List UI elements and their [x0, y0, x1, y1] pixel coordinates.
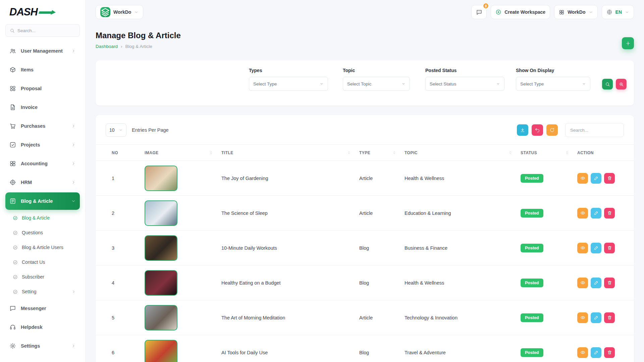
table-row: 5The Art of Morning MeditationArticleTec… [96, 300, 634, 335]
plus-icon [625, 41, 631, 46]
subcheck-icon [13, 275, 18, 280]
column-header-status[interactable]: STATUS [521, 145, 577, 161]
table-search-input[interactable] [565, 123, 624, 137]
filter-select-posted-status[interactable]: Select Status [425, 77, 504, 91]
messages-button[interactable]: 0 [471, 5, 487, 19]
edit-button[interactable] [591, 173, 601, 184]
delete-button[interactable] [604, 208, 615, 219]
edit-button[interactable] [591, 243, 601, 253]
clear-filter-button[interactable] [616, 79, 627, 89]
sidebar-search-input[interactable] [17, 28, 75, 33]
delete-button[interactable] [604, 173, 615, 184]
view-button[interactable] [577, 208, 588, 219]
add-blog-button[interactable] [622, 37, 634, 49]
filter-select-types[interactable]: Select Type [249, 77, 328, 91]
sidebar-item-settings[interactable]: Settings [5, 337, 80, 355]
sidebar-item-user-management[interactable]: User Management [5, 42, 80, 60]
column-header-no[interactable]: NO [96, 145, 145, 161]
breadcrumb-home-link[interactable]: Dashboard [96, 44, 118, 49]
filter-select-value: Select Topic [347, 81, 372, 86]
article-thumbnail [145, 340, 177, 362]
delete-button[interactable] [604, 243, 615, 253]
sidebar-subitem-blog-article-users[interactable]: Blog & Article Users [9, 240, 80, 255]
status-badge: Posted [521, 348, 543, 357]
sidebar-subitem-label: Setting [22, 289, 37, 294]
filter-actions [602, 79, 627, 89]
sidebar-subitem-label: Contact Us [22, 259, 45, 265]
sidebar-item-helpdesk[interactable]: Helpdesk [5, 318, 80, 336]
breadcrumb-current: Blog & Article [125, 44, 152, 49]
sidebar-subitem-questions[interactable]: Questions [9, 225, 80, 240]
row-number: 2 [112, 210, 114, 216]
column-header-type[interactable]: TYPE [359, 145, 405, 161]
blog-table-panel: 10 Entries Per Page [96, 115, 634, 362]
company-dropdown[interactable]: WorkDo [554, 5, 597, 19]
edit-button[interactable] [591, 208, 601, 219]
delete-button[interactable] [604, 312, 615, 323]
trash-icon [607, 280, 612, 285]
chevron-down-icon [320, 82, 324, 86]
sidebar-subitem-subscriber[interactable]: Subscriber [9, 269, 80, 284]
article-thumbnail [145, 235, 177, 261]
column-header-topic[interactable]: TOPIC [405, 145, 521, 161]
reset-button[interactable] [532, 124, 543, 136]
delete-button[interactable] [604, 347, 615, 358]
edit-button[interactable] [591, 347, 601, 358]
column-label: TITLE [221, 150, 233, 155]
sidebar-item-label: Accounting [21, 161, 48, 166]
status-badge: Posted [521, 279, 543, 287]
topbar-right: 0 Create Workspace WorkDo EN [471, 5, 634, 19]
row-number: 1 [112, 176, 114, 181]
export-button[interactable] [517, 124, 528, 136]
sidebar-search[interactable] [5, 24, 80, 37]
view-button[interactable] [577, 243, 588, 253]
edit-button[interactable] [591, 278, 601, 288]
view-button[interactable] [577, 312, 588, 323]
filter-select-show-on-display[interactable]: Select Type [516, 77, 590, 91]
workspace-switcher[interactable]: WorkDo [96, 5, 143, 19]
sidebar-item-purchases[interactable]: Purchases [5, 117, 80, 135]
create-workspace-button[interactable]: Create Workspace [491, 5, 550, 19]
article-type: Blog [359, 245, 369, 251]
language-dropdown[interactable]: EN [602, 5, 634, 19]
sidebar-subitem-contact-us[interactable]: Contact Us [9, 255, 80, 269]
chevron-down-icon [589, 10, 593, 14]
sidebar-subitem-setting[interactable]: Setting [9, 284, 80, 299]
sidebar-item-hrm[interactable]: HRM [5, 174, 80, 191]
eye-icon [580, 280, 585, 285]
column-header-title[interactable]: TITLE [221, 145, 359, 161]
entries-per-page-select[interactable]: 10 [106, 123, 126, 137]
view-button[interactable] [577, 347, 588, 358]
column-label: IMAGE [145, 150, 159, 155]
edit-button[interactable] [591, 312, 601, 323]
sidebar-subitem-label: Blog & Article Users [22, 245, 63, 250]
sidebar-item-projects[interactable]: Projects [5, 136, 80, 154]
refresh-button[interactable] [546, 124, 558, 136]
article-title: 10-Minute Daily Workouts [221, 245, 277, 251]
column-label: NO [112, 150, 118, 155]
sidebar-item-messenger[interactable]: Messenger [5, 300, 80, 317]
filter-select-topic[interactable]: Select Topic [343, 77, 410, 91]
brand-logo[interactable]: DASH [5, 0, 80, 24]
status-badge: Posted [521, 244, 543, 252]
sidebar-submenu: Blog & ArticleQuestionsBlog & Article Us… [5, 210, 80, 299]
filter-group-topic: TopicSelect Topic [343, 68, 410, 91]
sidebar-item-items[interactable]: Items [5, 61, 80, 78]
view-button[interactable] [577, 278, 588, 288]
sidebar-item-proposal[interactable]: Proposal [5, 80, 80, 97]
filter-label: Show On Display [516, 68, 590, 73]
sidebar-item-accounting[interactable]: Accounting [5, 155, 80, 172]
grid-icon [559, 9, 565, 15]
blog-icon [9, 198, 16, 204]
column-header-action[interactable]: ACTION [577, 145, 634, 161]
table-row: 2The Science of SleepArticleEducation & … [96, 196, 634, 231]
delete-button[interactable] [604, 278, 615, 288]
apply-filter-button[interactable] [602, 79, 613, 89]
sidebar-item-invoice[interactable]: Invoice [5, 99, 80, 116]
plus-circle-icon [495, 9, 501, 15]
sidebar-item-label: Projects [21, 142, 40, 147]
sidebar-subitem-blog-article[interactable]: Blog & Article [9, 210, 80, 225]
sidebar-item-blog-article[interactable]: Blog & Article [5, 192, 80, 210]
column-header-image[interactable]: IMAGE [145, 145, 221, 161]
view-button[interactable] [577, 173, 588, 184]
